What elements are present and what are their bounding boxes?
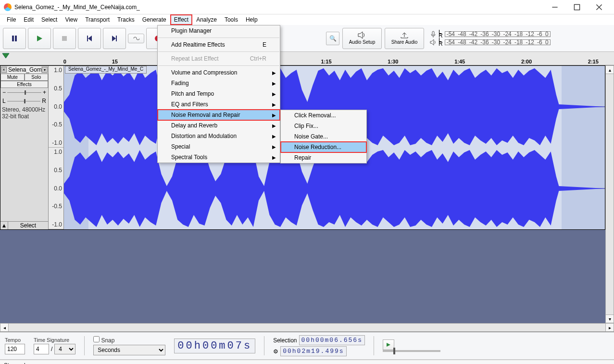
track-format-info: Stereo, 48000Hz32-bit float <box>0 105 48 121</box>
selection-label: Selection <box>273 337 297 344</box>
playhead-pin-icon[interactable] <box>2 53 10 62</box>
playback-meter[interactable]: LR -54-48-42-36-30-24-18-12-60 <box>430 39 551 46</box>
svg-rect-3 <box>62 36 67 41</box>
track-name[interactable]: Selena_Gom <box>7 66 41 73</box>
menu-effect[interactable]: Effect <box>170 14 192 25</box>
menu-file[interactable]: File <box>3 14 20 25</box>
horizontal-scrollbar[interactable]: ◂ ▸ <box>0 323 614 332</box>
menu-view[interactable]: View <box>61 14 81 25</box>
ruler-tick: 15 <box>112 59 118 64</box>
menu-distortion-modulation[interactable]: Distortion and Modulation▶ <box>158 131 280 141</box>
timesig-den-select[interactable]: 4 <box>54 344 75 354</box>
menu-noise-removal-repair[interactable]: Noise Removal and Repair▶ <box>158 110 280 120</box>
tempo-input[interactable] <box>5 344 25 354</box>
chevron-right-icon: ▶ <box>272 155 276 160</box>
solo-button[interactable]: Solo <box>25 74 49 81</box>
menu-select[interactable]: Select <box>38 14 61 25</box>
svg-rect-1 <box>12 36 14 41</box>
menu-noise-gate[interactable]: Noise Gate... <box>281 131 366 142</box>
menu-pitch-tempo[interactable]: Pitch and Tempo▶ <box>158 88 280 99</box>
minimize-button[interactable] <box>544 0 566 14</box>
scroll-left-button[interactable]: ◂ <box>0 323 9 332</box>
pan-slider[interactable]: LR <box>0 97 48 105</box>
play-speed-slider[interactable] <box>383 350 440 352</box>
maximize-button[interactable] <box>566 0 588 14</box>
ruler-tick: 1:30 <box>388 59 398 64</box>
loop-button[interactable] <box>128 34 144 43</box>
skip-end-button[interactable] <box>103 28 126 49</box>
scroll-right-button[interactable]: ▸ <box>605 323 614 332</box>
collapse-button[interactable]: ▲ <box>0 222 8 229</box>
bottom-toolbar: Tempo Time Signature / 4 Snap Seconds 00… <box>0 332 614 360</box>
tempo-group: Tempo <box>5 337 25 354</box>
pause-button[interactable] <box>3 28 26 49</box>
record-meter[interactable]: LR -54-48-42-36-30-24-18-12-60 <box>430 31 551 38</box>
scroll-up-button[interactable]: ▴ <box>605 65 614 74</box>
svg-rect-2 <box>15 36 17 41</box>
selection-end-field[interactable]: 00h02m19.499s <box>280 346 346 356</box>
stop-button[interactable] <box>53 28 76 49</box>
menu-help[interactable]: Help <box>242 14 262 25</box>
timesig-label: Time Signature <box>34 337 75 343</box>
chevron-right-icon: ▶ <box>272 134 276 139</box>
menu-transport[interactable]: Transport <box>81 14 113 25</box>
selection-start-field[interactable]: 00h00m06.656s <box>299 335 365 345</box>
menu-analyze[interactable]: Analyze <box>192 14 221 25</box>
playback-meter-scale: -54-48-42-36-30-24-18-12-60 <box>445 39 551 45</box>
share-audio-button[interactable]: Share Audio <box>385 28 424 49</box>
menu-spectral-tools[interactable]: Spectral Tools▶ <box>158 152 280 163</box>
time-position-display[interactable]: 00h00m07s <box>174 339 255 353</box>
track-close-button[interactable]: × <box>1 67 7 73</box>
record-meter-scale: -54-48-42-36-30-24-18-12-60 <box>445 31 551 37</box>
svg-rect-4 <box>87 36 88 41</box>
transport-controls <box>3 28 169 49</box>
timeline-ruler[interactable]: 0 15 1:15 1:30 1:45 2:00 2:15 2:30 <box>0 52 614 65</box>
tracks-container: × Selena_Gom ▾ Mute Solo Effects −+ LR S… <box>0 65 614 332</box>
snap-units-select[interactable]: Seconds <box>93 345 165 355</box>
close-button[interactable] <box>588 0 610 14</box>
gain-slider[interactable]: −+ <box>0 88 48 97</box>
svg-rect-0 <box>574 4 579 10</box>
speaker-icon <box>358 32 366 38</box>
selection-group: Selection 00h00m06.656s ⚙ 00h02m19.499s <box>273 335 365 356</box>
menu-plugin-manager[interactable]: Plugin Manager <box>158 25 280 36</box>
timesig-num-input[interactable] <box>34 344 49 354</box>
zoom-fit-button[interactable]: 🔍 <box>326 32 339 45</box>
clip-title[interactable]: Selena_Gomez_-_My_Mind_Me_C <box>65 66 147 74</box>
snap-checkbox[interactable] <box>93 336 100 342</box>
menu-delay-reverb[interactable]: Delay and Reverb▶ <box>158 120 280 131</box>
chevron-right-icon: ▶ <box>272 70 276 75</box>
menu-tracks[interactable]: Tracks <box>113 14 138 25</box>
noise-submenu: Click Removal... Clip Fix... Noise Gate.… <box>280 110 367 163</box>
audio-setup-button[interactable]: Audio Setup <box>342 28 382 49</box>
mute-button[interactable]: Mute <box>0 74 25 81</box>
gear-icon[interactable]: ⚙ <box>273 348 278 355</box>
play-at-speed-button[interactable] <box>383 339 394 350</box>
scroll-down-button[interactable]: ▾ <box>605 314 614 323</box>
menu-repair[interactable]: Repair <box>281 152 366 163</box>
menu-click-removal[interactable]: Click Removal... <box>281 110 366 121</box>
menubar: File Edit Select View Transport Tracks G… <box>0 14 614 25</box>
menu-fading[interactable]: Fading▶ <box>158 78 280 88</box>
track-select-button[interactable]: Select <box>8 222 48 229</box>
ruler-tick: 0 <box>63 59 66 64</box>
svg-rect-7 <box>432 31 434 35</box>
menu-edit[interactable]: Edit <box>20 14 38 25</box>
menu-tools[interactable]: Tools <box>221 14 242 25</box>
skip-start-button[interactable] <box>78 28 101 49</box>
track-menu-button[interactable]: ▾ <box>42 67 48 73</box>
window-title: Selena_Gomez_-_My_Mind_Me_CeeNaija.com_ <box>14 4 544 11</box>
vertical-scrollbar[interactable]: ▴ ▾ <box>605 65 614 323</box>
menu-eq-filters[interactable]: EQ and Filters▶ <box>158 99 280 110</box>
menu-clip-fix[interactable]: Clip Fix... <box>281 121 366 131</box>
play-button[interactable] <box>28 28 51 49</box>
app-icon <box>4 3 12 11</box>
svg-rect-5 <box>116 36 117 41</box>
menu-noise-reduction[interactable]: Noise Reduction... <box>281 142 366 152</box>
menu-volume-compression[interactable]: Volume and Compression▶ <box>158 67 280 78</box>
chevron-right-icon: ▶ <box>272 102 276 107</box>
menu-add-realtime[interactable]: Add Realtime EffectsE <box>158 39 280 50</box>
effects-button[interactable]: Effects <box>0 81 48 88</box>
menu-generate[interactable]: Generate <box>138 14 170 25</box>
menu-special[interactable]: Special▶ <box>158 141 280 152</box>
